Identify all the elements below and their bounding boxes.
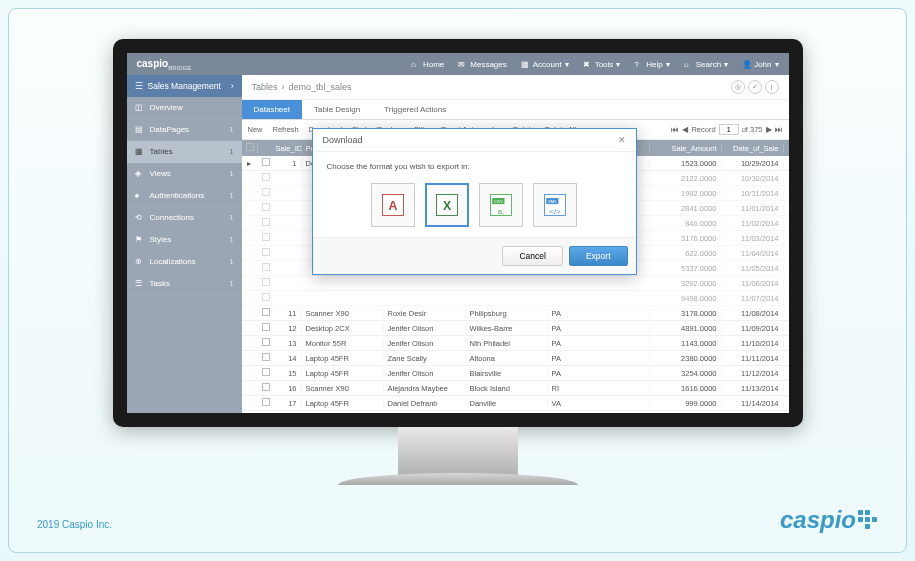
sidebar-item-authentications[interactable]: ●Authentications1: [127, 185, 242, 207]
table-row[interactable]: 11Scanner X90Roxie DesirPhilipsburgPA317…: [242, 306, 789, 321]
row-checkbox[interactable]: [262, 188, 270, 196]
sidebar-item-tables[interactable]: ▦Tables1: [127, 141, 242, 163]
tables-icon: ▦: [135, 147, 144, 156]
footer-logo: caspio: [780, 506, 876, 534]
monitor-stand: [398, 427, 518, 477]
row-checkbox[interactable]: [262, 383, 270, 391]
sidebar-item-tasks[interactable]: ☰Tasks1: [127, 273, 242, 295]
format-xml[interactable]: XML</>: [533, 183, 577, 227]
record-input[interactable]: [719, 124, 739, 135]
svg-text:CSV: CSV: [494, 199, 503, 204]
modal-prompt: Choose the format you wish to export in:: [327, 162, 622, 171]
overview-icon: ◫: [135, 103, 144, 112]
sidebar-item-overview[interactable]: ◫Overview: [127, 97, 242, 119]
row-checkbox[interactable]: [262, 368, 270, 376]
mail-icon: ✉: [458, 60, 467, 69]
sidebar-title: Sales Management: [148, 81, 221, 91]
caret-down-icon: ▾: [775, 60, 779, 69]
tab-table-design[interactable]: Table Design: [302, 100, 372, 119]
row-checkbox[interactable]: [262, 398, 270, 406]
user-icon: 👤: [742, 60, 751, 69]
svg-text:X: X: [443, 199, 452, 213]
nav-prev-icon[interactable]: ◀: [682, 125, 688, 134]
loc-icon: ⊕: [135, 257, 144, 266]
row-checkbox[interactable]: [262, 353, 270, 361]
help-icon: ?: [634, 60, 643, 69]
sidebar-header[interactable]: ☰ Sales Management ›: [127, 75, 242, 97]
table-row[interactable]: 15Laptop 45FRJenifer OlisonBlairsvillePA…: [242, 366, 789, 381]
home-icon: ⌂: [411, 60, 420, 69]
sidebar-item-datapages[interactable]: ▤DataPages1: [127, 119, 242, 141]
cancel-button[interactable]: Cancel: [502, 246, 562, 266]
caret-down-icon: ▾: [724, 60, 728, 69]
row-checkbox[interactable]: [262, 173, 270, 181]
datapages-icon: ▤: [135, 125, 144, 134]
topnav-tools[interactable]: ✖Tools▾: [583, 60, 621, 69]
svg-text:A: A: [389, 199, 398, 213]
nav-first-icon[interactable]: ⏮: [671, 125, 679, 134]
sidebar-item-styles[interactable]: ⚑Styles1: [127, 229, 242, 251]
table-row[interactable]: 17Laptop 45FRDaniel DefranbDanvilleVA999…: [242, 396, 789, 411]
table-row[interactable]: 9498.000011/07/2014: [242, 291, 789, 306]
row-checkbox[interactable]: [262, 323, 270, 331]
export-button[interactable]: Export: [569, 246, 628, 266]
nav-last-icon[interactable]: ⏭: [775, 125, 783, 134]
top-bar: caspioBRIDGE ⌂Home✉Messages▦Account▾✖Too…: [127, 53, 789, 75]
row-checkbox[interactable]: [262, 233, 270, 241]
select-all-checkbox[interactable]: [246, 143, 254, 151]
tab-datasheet[interactable]: Datasheet: [242, 100, 302, 119]
row-checkbox[interactable]: [262, 203, 270, 211]
row-checkbox[interactable]: [262, 293, 270, 301]
topnav-search[interactable]: ⌕Search▾: [684, 60, 728, 69]
auth-icon: ●: [135, 191, 144, 200]
sidebar-item-views[interactable]: ◈Views1: [127, 163, 242, 185]
views-icon: ◈: [135, 169, 144, 178]
row-checkbox[interactable]: [262, 308, 270, 316]
tabs: DatasheetTable DesignTriggered Actions: [242, 100, 789, 120]
close-icon[interactable]: ✕: [618, 135, 626, 145]
copyright: 2019 Caspio Inc.: [37, 519, 112, 530]
breadcrumb-root[interactable]: Tables: [252, 82, 278, 92]
modal-title: Download: [323, 135, 363, 145]
conn-icon: ⟲: [135, 213, 144, 222]
app-screen: caspioBRIDGE ⌂Home✉Messages▦Account▾✖Too…: [127, 53, 789, 413]
row-checkbox[interactable]: [262, 338, 270, 346]
row-checkbox[interactable]: [262, 263, 270, 271]
format-csv[interactable]: CSVa,: [479, 183, 523, 227]
col-header[interactable]: Sale_Amount: [650, 144, 722, 153]
table-row[interactable]: 14Laptop 45FRZane ScallyAltoonaPA2380.00…: [242, 351, 789, 366]
tasks-icon: ☰: [135, 279, 144, 288]
breadcrumb: Tables › demo_tbl_sales ◎ ✓ i: [242, 75, 789, 100]
nav-next-icon[interactable]: ▶: [766, 125, 772, 134]
info-icon[interactable]: i: [765, 80, 779, 94]
topnav-messages[interactable]: ✉Messages: [458, 60, 506, 69]
row-checkbox[interactable]: [262, 278, 270, 286]
col-header[interactable]: Sale_ID: [272, 144, 302, 153]
topnav-help[interactable]: ?Help▾: [634, 60, 669, 69]
row-checkbox[interactable]: [262, 248, 270, 256]
broadcast-icon[interactable]: ◎: [731, 80, 745, 94]
row-checkbox[interactable]: [262, 158, 270, 166]
tab-triggered-actions[interactable]: Triggered Actions: [372, 100, 458, 119]
format-access[interactable]: A: [371, 183, 415, 227]
toolbar-new[interactable]: New: [248, 125, 263, 134]
topnav-home[interactable]: ⌂Home: [411, 60, 444, 69]
download-modal: Download ✕ Choose the format you wish to…: [312, 128, 637, 275]
styles-icon: ⚑: [135, 235, 144, 244]
format-excel[interactable]: X: [425, 183, 469, 227]
table-row[interactable]: 3292.000011/06/2014: [242, 276, 789, 291]
svg-text:a,: a,: [498, 207, 505, 216]
table-row[interactable]: 13Monitor 55RJenifer OlisonNth PhiladelP…: [242, 336, 789, 351]
sidebar-item-connections[interactable]: ⟲Connections1: [127, 207, 242, 229]
svg-text:XML: XML: [548, 199, 558, 204]
sidebar-item-localizations[interactable]: ⊕Localizations1: [127, 251, 242, 273]
check-icon[interactable]: ✓: [748, 80, 762, 94]
toolbar-refresh[interactable]: Refresh: [273, 125, 299, 134]
table-row[interactable]: 16Scanner X90Alejandra MaybeeBlock Islan…: [242, 381, 789, 396]
topnav-john[interactable]: 👤John▾: [742, 60, 778, 69]
topnav-account[interactable]: ▦Account▾: [521, 60, 569, 69]
brand-logo: caspioBRIDGE: [137, 58, 192, 71]
table-row[interactable]: 12Desktop 2CXJenifer OlisonWilkes-BarreP…: [242, 321, 789, 336]
row-checkbox[interactable]: [262, 218, 270, 226]
col-header[interactable]: Date_of_Sale: [722, 144, 784, 153]
